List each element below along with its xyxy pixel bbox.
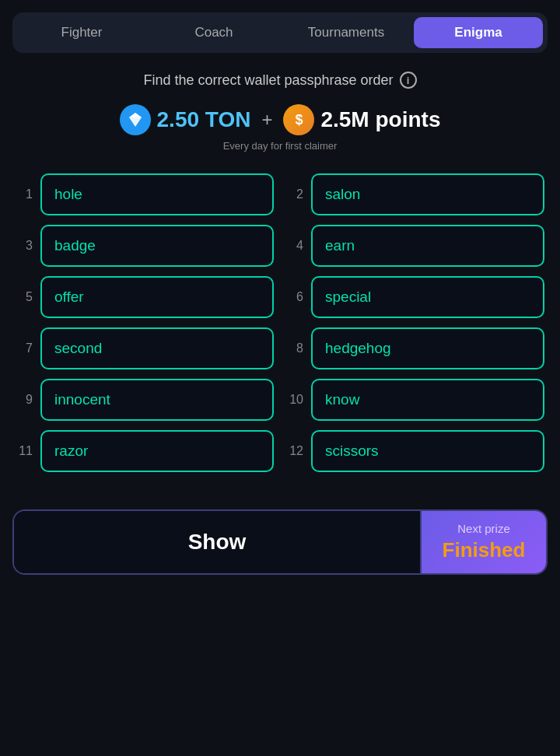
word-cell-2: 2salon (286, 173, 544, 215)
word-number-3: 3 (16, 239, 33, 253)
word-cell-4: 4earn (286, 225, 544, 267)
instruction-row: Find the correct wallet passphrase order… (143, 72, 416, 89)
word-number-2: 2 (286, 187, 303, 201)
instruction-text: Find the correct wallet passphrase order (143, 72, 393, 89)
coin-icon: $ (283, 104, 314, 135)
ton-icon (120, 104, 151, 135)
word-grid: 1hole2salon3badge4earn5offer6special7sec… (16, 173, 544, 472)
word-box-7[interactable]: second (40, 327, 274, 369)
info-icon[interactable]: i (400, 72, 417, 89)
tab-fighter[interactable]: Fighter (17, 17, 146, 48)
tab-coach[interactable]: Coach (149, 17, 278, 48)
tab-enigma[interactable]: Enigma (414, 17, 543, 48)
next-prize-label: Next prize (457, 522, 510, 535)
daily-text: Every day for first claimer (223, 140, 338, 152)
tab-bar: Fighter Coach Tournaments Enigma (12, 12, 548, 53)
plus-sign: + (261, 109, 272, 131)
bottom-bar: Show Next prize Finished (12, 509, 548, 575)
word-box-1[interactable]: hole (40, 173, 274, 215)
coin-badge: $ 2.5M points (283, 104, 440, 135)
word-box-10[interactable]: know (311, 379, 544, 421)
word-box-11[interactable]: razor (40, 430, 274, 472)
word-number-12: 12 (286, 444, 303, 458)
word-number-8: 8 (286, 341, 303, 355)
word-cell-6: 6special (286, 276, 544, 318)
points-amount: 2.5M points (320, 107, 440, 132)
word-cell-1: 1hole (16, 173, 274, 215)
tab-tournaments[interactable]: Tournaments (282, 17, 411, 48)
next-prize-panel[interactable]: Next prize Finished (422, 511, 546, 573)
rewards-row: 2.50 TON + $ 2.5M points (120, 104, 441, 135)
word-cell-7: 7second (16, 327, 274, 369)
word-box-8[interactable]: hedgehog (311, 327, 544, 369)
ton-amount: 2.50 TON (157, 107, 251, 132)
word-number-1: 1 (16, 187, 33, 201)
word-cell-8: 8hedgehog (286, 327, 544, 369)
word-box-2[interactable]: salon (311, 173, 544, 215)
word-cell-11: 11razor (16, 430, 274, 472)
word-box-3[interactable]: badge (40, 225, 274, 267)
word-box-6[interactable]: special (311, 276, 544, 318)
word-number-11: 11 (16, 444, 33, 458)
word-cell-10: 10know (286, 379, 544, 421)
word-box-5[interactable]: offer (40, 276, 274, 318)
word-number-10: 10 (286, 393, 303, 407)
word-cell-12: 12scissors (286, 430, 544, 472)
word-number-7: 7 (16, 341, 33, 355)
word-number-6: 6 (286, 290, 303, 304)
word-cell-3: 3badge (16, 225, 274, 267)
word-box-4[interactable]: earn (311, 225, 544, 267)
word-box-12[interactable]: scissors (311, 430, 544, 472)
ton-badge: 2.50 TON (120, 104, 251, 135)
word-cell-5: 5offer (16, 276, 274, 318)
finished-text: Finished (443, 538, 526, 562)
show-button[interactable]: Show (14, 511, 422, 573)
word-number-4: 4 (286, 239, 303, 253)
main-content: Find the correct wallet passphrase order… (0, 53, 560, 509)
word-cell-9: 9innocent (16, 379, 274, 421)
word-number-5: 5 (16, 290, 33, 304)
word-box-9[interactable]: innocent (40, 379, 274, 421)
word-number-9: 9 (16, 393, 33, 407)
